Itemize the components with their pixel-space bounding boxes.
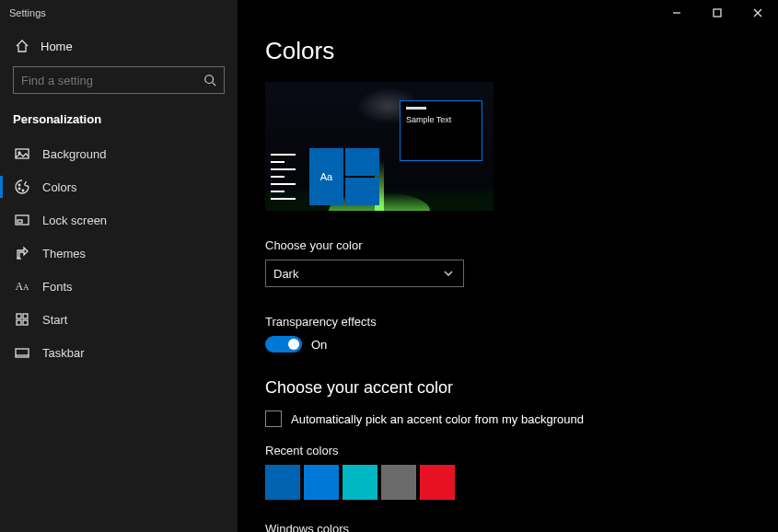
sidebar-item-label: Colors — [42, 180, 77, 194]
home-nav[interactable]: Home — [0, 31, 238, 61]
svg-rect-15 — [17, 320, 21, 325]
auto-accent-row[interactable]: Automatically pick an accent color from … — [265, 411, 750, 427]
window-controls — [656, 0, 778, 26]
color-preview: Aa Sample Text — [265, 82, 494, 211]
minimize-button[interactable] — [656, 0, 697, 26]
sidebar: Home Personalization Background Colors — [0, 0, 238, 532]
auto-accent-checkbox[interactable] — [265, 411, 282, 427]
search-container — [13, 66, 225, 94]
svg-rect-16 — [23, 320, 28, 325]
themes-icon — [15, 246, 29, 260]
palette-icon — [15, 179, 29, 194]
search-input[interactable] — [13, 66, 225, 94]
preview-start-list — [271, 148, 306, 205]
sidebar-item-lockscreen[interactable]: Lock screen — [0, 203, 238, 237]
preview-tile — [345, 178, 379, 205]
home-icon — [15, 39, 29, 53]
sidebar-item-themes[interactable]: Themes — [0, 237, 238, 270]
transparency-toggle-row: On — [265, 336, 750, 353]
sidebar-item-start[interactable]: Start — [0, 303, 238, 336]
preview-tile-large: Aa — [309, 148, 343, 205]
svg-point-9 — [18, 188, 20, 190]
transparency-label: Transparency effects — [265, 315, 750, 329]
svg-rect-12 — [17, 220, 22, 223]
color-swatch-1[interactable] — [304, 465, 339, 500]
start-icon — [15, 312, 29, 327]
recent-colors-label: Recent colors — [265, 444, 750, 457]
preview-sample-text: Sample Text — [406, 115, 476, 124]
color-mode-select[interactable]: Dark — [265, 260, 464, 287]
search-icon — [203, 73, 217, 87]
sidebar-item-label: Lock screen — [42, 214, 107, 227]
color-mode-label: Choose your color — [265, 238, 750, 252]
svg-rect-13 — [17, 314, 21, 318]
sidebar-item-taskbar[interactable]: Taskbar — [0, 336, 238, 369]
svg-rect-1 — [714, 9, 721, 17]
maximize-button[interactable] — [697, 0, 737, 26]
lockscreen-icon — [15, 213, 29, 227]
section-header: Personalization — [0, 107, 238, 137]
fonts-icon: AA — [15, 279, 29, 294]
svg-point-10 — [22, 190, 24, 191]
preview-tile — [345, 148, 379, 176]
accent-heading: Choose your accent color — [265, 378, 750, 398]
preview-sample-window: Sample Text — [400, 100, 482, 161]
sidebar-item-label: Fonts — [42, 280, 73, 294]
color-swatch-2[interactable] — [343, 465, 377, 500]
sidebar-item-fonts[interactable]: AA Fonts — [0, 270, 238, 303]
titlebar: Settings — [0, 0, 778, 26]
auto-accent-label: Automatically pick an accent color from … — [291, 412, 584, 426]
page-title: Colors — [265, 37, 750, 65]
chevron-down-icon — [441, 266, 456, 281]
recent-colors-row — [265, 465, 750, 500]
home-label: Home — [41, 40, 73, 53]
svg-rect-14 — [23, 314, 28, 318]
sidebar-item-label: Start — [42, 313, 67, 327]
sidebar-item-background[interactable]: Background — [0, 137, 238, 170]
sidebar-item-colors[interactable]: Colors — [0, 170, 238, 203]
preview-tiles: Aa — [309, 148, 379, 205]
picture-icon — [15, 146, 29, 161]
toggle-knob — [288, 339, 299, 350]
color-swatch-4[interactable] — [420, 465, 455, 500]
window-title: Settings — [0, 7, 46, 18]
taskbar-icon — [15, 345, 29, 360]
sidebar-item-label: Taskbar — [42, 346, 85, 360]
svg-line-5 — [213, 83, 216, 87]
windows-colors-label: Windows colors — [265, 522, 750, 532]
transparency-state: On — [311, 338, 327, 352]
color-swatch-3[interactable] — [381, 465, 416, 500]
preview-window-titlebar — [406, 107, 426, 110]
transparency-toggle[interactable] — [265, 336, 302, 353]
sidebar-item-label: Themes — [42, 247, 86, 260]
color-swatch-0[interactable] — [265, 465, 300, 500]
close-button[interactable] — [737, 0, 778, 26]
color-mode-value: Dark — [273, 267, 298, 281]
svg-point-8 — [18, 184, 20, 186]
svg-point-4 — [205, 75, 214, 84]
sidebar-item-label: Background — [42, 147, 106, 161]
content-pane: Colors Aa Sample Text Choose your color … — [238, 0, 778, 532]
